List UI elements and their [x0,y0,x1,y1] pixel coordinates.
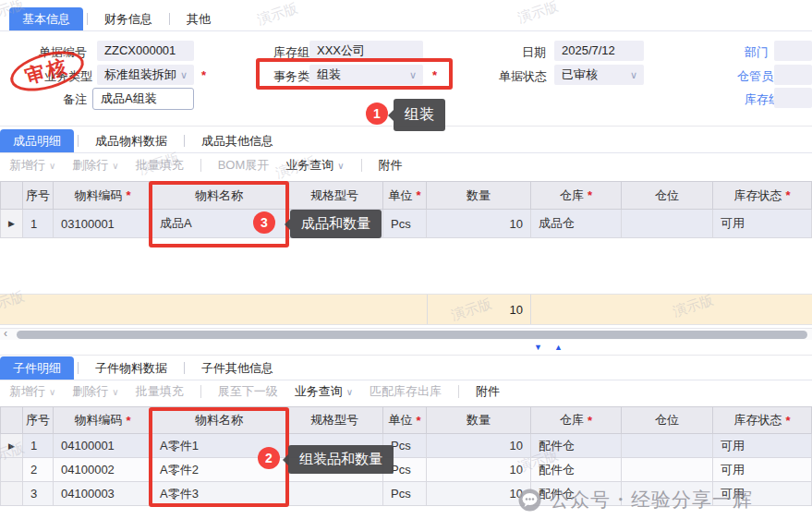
status-select[interactable]: 已审核 ∨ [554,65,644,85]
table-cell[interactable]: Pcs [383,482,427,506]
header_tabs_bar-tab-0[interactable]: 基本信息 [9,7,83,30]
date-field[interactable]: 2025/7/12 [554,41,644,61]
splitter-collapse-icon[interactable]: ▼ [534,343,542,352]
remark-input[interactable]: 成品A组装 [92,88,194,110]
child_section-tool-附件[interactable]: 附件 [476,383,500,400]
annotation-tip-3: 成品和数量 [290,210,382,238]
table-cell[interactable]: A零件3 [152,482,286,506]
column-header-物料编码[interactable]: 物料编码* [54,181,152,210]
table-cell[interactable]: 10 [427,210,531,238]
annotation-badge-3: 3 [253,211,275,234]
child_section-tab-0[interactable]: 子件明细 [0,356,74,380]
child_section-tool-匹配库存出库: 匹配库存出库 [370,383,442,400]
date-label: 日期 [522,44,546,61]
scrollbar-thumb[interactable] [17,331,807,339]
child_section-tab-1[interactable]: 子件物料数据 [82,356,180,380]
inv-org-field[interactable]: XXX公司 [309,41,423,61]
product_section-tool-附件[interactable]: 附件 [379,157,403,174]
table-cell[interactable]: 成品仓 [531,210,622,238]
table-cell[interactable]: 10 [427,482,531,506]
table-cell[interactable]: 2 [23,458,54,482]
column-header-数量[interactable]: 数量 [427,181,531,210]
column-header-label: 物料名称 [195,412,243,428]
table-row[interactable]: ▶104100001A零件1Pcs10配件仓可用 [0,434,812,458]
table-cell[interactable]: 1 [23,210,54,238]
column-header-规格型号[interactable]: 规格型号 [286,181,383,210]
column-header-序号[interactable]: 序号 [23,406,54,434]
column-header-仓位[interactable]: 仓位 [622,406,713,434]
tab-separator [78,135,79,147]
inv-group-field[interactable] [774,88,812,108]
toolbar-separator [200,385,201,398]
table-cell[interactable] [286,482,383,506]
toolbar-button-label: 新增行 [9,158,45,172]
doc-no-field[interactable]: ZZCX000001 [97,41,194,61]
column-header-物料名称[interactable]: 物料名称 [152,181,286,210]
chevron-down-icon: ∨ [630,65,637,85]
horizontal-scrollbar[interactable]: ‹ [0,328,812,340]
column-header-序号[interactable]: 序号 [23,181,54,210]
column-header-label: 单位 [388,412,412,428]
chevron-down-icon: ∨ [180,65,188,85]
child_section-tab-2[interactable]: 子件其他信息 [188,356,286,380]
splitter-expand-icon[interactable]: ▲ [554,343,563,352]
product_section-tab-0[interactable]: 成品明细 [0,129,74,152]
required-star-icon: * [785,414,790,428]
dept-field[interactable] [774,41,812,61]
column-header-单位[interactable]: 单位* [383,406,427,434]
required-star-icon: * [588,414,592,428]
column-header-仓库[interactable]: 仓库* [531,181,622,210]
table-cell[interactable]: Pcs [383,210,427,238]
toolbar-button-label: 新增行 [9,384,45,398]
table-cell[interactable]: 3 [23,482,54,506]
toolbar-button-label: 展至下一级 [218,384,278,398]
table-cell[interactable]: 04100001 [54,434,152,458]
table-cell[interactable] [622,434,713,458]
table-cell[interactable]: 可用 [713,458,812,482]
scroll-left-icon[interactable]: ‹ [4,327,7,340]
toolbar-button-label: 批量填充 [136,384,184,398]
table-cell[interactable] [622,482,713,506]
table-cell[interactable]: 04100003 [54,482,152,506]
table-cell[interactable]: 可用 [713,434,812,458]
column-header-仓位[interactable]: 仓位 [622,181,713,210]
table-cell[interactable]: 配件仓 [531,434,622,458]
column-header-库存状态[interactable]: 库存状态* [713,181,812,210]
table-cell[interactable]: 配件仓 [531,482,622,506]
product_section-tool-业务查询[interactable]: 业务查询∨ [285,157,344,174]
table-cell[interactable]: 03100001 [54,210,152,238]
child-grid: 序号物料编码*物料名称规格型号单位*数量仓库*仓位库存状态*▶104100001… [0,406,812,506]
table-row[interactable]: 204100002A零件2Pcs10配件仓可用 [0,458,812,482]
row-marker-cell: ▶ [0,434,23,458]
biz-type-required-mark: * [201,68,206,82]
product_section-tab-2[interactable]: 成品其他信息 [188,129,286,152]
column-header-label: 物料名称 [195,187,243,204]
chevron-down-icon: ∨ [49,161,55,171]
column-header-库存状态[interactable]: 库存状态* [713,406,812,434]
table-cell[interactable] [622,210,713,238]
child_section-tool-业务查询[interactable]: 业务查询∨ [295,383,353,400]
table-cell[interactable]: 可用 [713,482,812,506]
table-cell[interactable]: 10 [427,434,531,458]
column-header-物料编码[interactable]: 物料编码* [54,406,152,434]
table-cell[interactable]: 配件仓 [531,458,622,482]
table-cell[interactable]: 可用 [713,210,812,238]
column-header-规格型号[interactable]: 规格型号 [286,406,383,434]
column-header-数量[interactable]: 数量 [427,406,531,434]
table-cell[interactable]: 04100002 [54,458,152,482]
column-header-仓库[interactable]: 仓库* [531,406,622,434]
column-header-物料名称[interactable]: 物料名称 [152,406,286,434]
table-row[interactable]: ▶103100001成品APcs10成品仓可用 [0,210,812,238]
column-header-单位[interactable]: 单位* [383,181,427,210]
biz-type-select[interactable]: 标准组装拆卸 ∨ [97,65,194,85]
table-row[interactable]: 304100003A零件3Pcs10配件仓可用 [0,482,812,506]
product_section-tab-1[interactable]: 成品物料数据 [82,129,180,152]
header_tabs_bar-tab-1[interactable]: 财务信息 [91,7,165,30]
header_tabs_bar-tab-2[interactable]: 其他 [174,7,224,30]
product_section-tool-批量填充: 批量填充 [136,157,184,174]
trans-type-select[interactable]: 组装 ∨ [309,65,423,85]
table-cell[interactable]: 10 [427,458,531,482]
table-cell[interactable]: 1 [23,434,54,458]
table-cell[interactable] [622,458,713,482]
keeper-field[interactable] [774,65,812,85]
